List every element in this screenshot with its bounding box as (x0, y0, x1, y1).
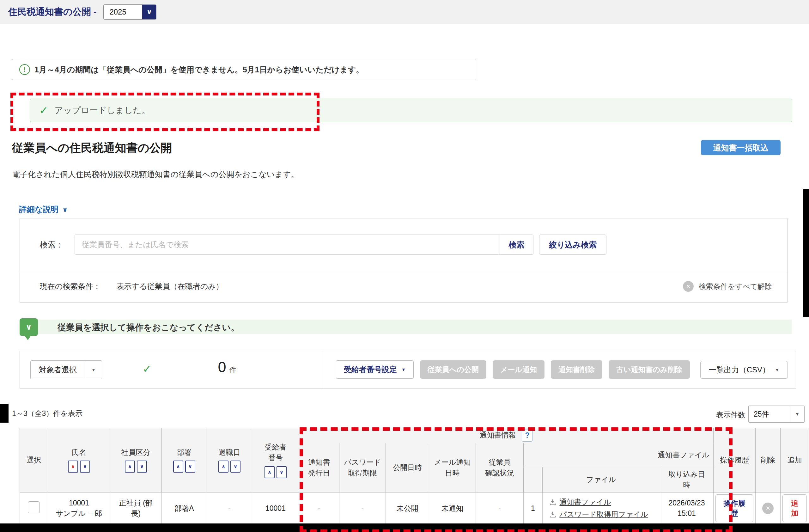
col-password-deadline: パスワード 取得期限 (339, 443, 386, 493)
search-input[interactable] (75, 235, 500, 255)
notice-file-link[interactable]: 通知書ファイル (549, 497, 658, 507)
toolbar-buttons: 受給者番号設定 ▼ 従業員への公開 メール通知 通知書削除 古い通知書のみ削除 (336, 360, 690, 379)
col-issue-date: 通知書 発行日 (299, 443, 339, 493)
add-button[interactable]: 追加 (782, 494, 807, 522)
col-recipient-no-label: 受給者 番号 (254, 442, 297, 463)
help-icon[interactable]: ? (522, 430, 533, 442)
sort-asc-icon[interactable]: ∧ (264, 466, 275, 478)
current-condition-row: 現在の検索条件： 表示する従業員（在職者のみ） ✕ 検索条件をすべて解除 (20, 271, 787, 302)
sort-asc-icon[interactable]: ∧ (218, 461, 228, 473)
year-select[interactable]: 2025 ∨ (103, 4, 156, 20)
col-history: 操作履歴 (713, 428, 755, 493)
clear-all-conditions-button[interactable]: ✕ 検索条件をすべて解除 (683, 281, 772, 292)
delete-icon[interactable]: ✕ (762, 503, 774, 514)
cell-select (20, 493, 48, 525)
col-file: ファイル (542, 467, 660, 493)
detail-description-link[interactable]: 詳細な説明 ∨ (19, 204, 68, 214)
operation-history-button[interactable]: 操作履歴 (716, 494, 753, 522)
sort-desc-icon[interactable]: ∨ (185, 461, 195, 473)
csv-export-button[interactable]: 一覧出力（CSV） ▼ (700, 361, 788, 379)
caret-down-icon[interactable]: ▼ (85, 361, 102, 379)
delete-notice-button[interactable]: 通知書削除 (551, 360, 602, 379)
cell-recipient-no: 10001 (252, 493, 299, 525)
employee-table: 選択 氏名 ∧ ∨ 社員区分 ∧ ∨ 部署 ∧ ∨ (20, 428, 809, 525)
col-retire-date: 退職日 ∧ ∨ (207, 428, 252, 493)
close-icon: ✕ (683, 281, 694, 292)
sort-desc-icon[interactable]: ∨ (230, 461, 240, 473)
chevron-bubble-icon[interactable]: ∨ (20, 318, 38, 336)
publish-to-employees-button[interactable]: 従業員への公開 (420, 360, 486, 379)
sort-asc-icon[interactable]: ∧ (125, 461, 135, 473)
password-file-link[interactable]: パスワード取得用ファイル (549, 510, 658, 519)
per-page-label: 表示件数 (716, 410, 745, 420)
col-group-notice-info: 通知書情報 ? (299, 428, 713, 443)
col-recipient-no: 受給者 番号 ∧ ∨ (252, 428, 299, 493)
cell-password-deadline: - (339, 493, 386, 525)
col-delete: 削除 (756, 428, 780, 493)
search-input-group: 検索 (74, 235, 533, 255)
info-message: ! 1月～4月の期間は「従業員への公開」を使用できません。5月1日からお使いいた… (12, 59, 476, 80)
selected-count-value: 0 (218, 358, 226, 375)
table-row: 10001 サンプル 一郎 正社員 (部 長) 部署A - 10001 - - … (20, 493, 809, 525)
col-category: 社員区分 ∧ ∨ (110, 428, 161, 493)
cell-file-count: 1 (523, 493, 542, 525)
row-checkbox[interactable] (28, 501, 40, 513)
recipient-number-setting-button[interactable]: 受給者番号設定 ▼ (336, 360, 414, 379)
section-description: 電子化された個人住民税特別徴収税額通知書の従業員への公開をおこないます。 (12, 169, 299, 179)
cell-import-datetime: 2026/03/23 15:01 (660, 493, 713, 525)
target-select-label: 対象者選択 (31, 361, 85, 379)
col-retire-date-label: 退職日 (208, 448, 251, 458)
toolbar-divider (323, 351, 323, 389)
sort-asc-icon[interactable]: ∧ (68, 461, 78, 473)
check-icon: ✓ (142, 363, 152, 375)
cell-mail-status: 未通知 (429, 493, 476, 525)
chevron-down-icon: ∨ (142, 5, 156, 19)
section-heading: 従業員への住民税通知書の公開 (12, 140, 172, 156)
col-add: 追加 (780, 428, 809, 493)
sort-desc-icon[interactable]: ∨ (80, 461, 90, 473)
notice-info-label: 通知書情報 (480, 431, 516, 439)
redaction-bar-bottom (0, 524, 809, 532)
callout-text: 従業員を選択して操作をおこなってください。 (57, 322, 239, 333)
info-icon: ! (19, 64, 30, 75)
clear-all-label: 検索条件をすべて解除 (699, 282, 772, 291)
cell-retire-date: - (207, 493, 252, 525)
current-condition-label: 現在の検索条件： (40, 281, 101, 291)
cell-history: 操作履歴 (713, 493, 755, 525)
selected-count-unit: 件 (229, 366, 236, 374)
search-row: 検索： 検索 絞り込み検索 (20, 219, 787, 271)
col-name: 氏名 ∧ ∨ (48, 428, 110, 493)
actions-toolbar: 対象者選択 ▼ ✓ 0 件 受給者番号設定 ▼ 従業員への公開 メール通知 通知… (20, 351, 796, 389)
notice-file-link-label: 通知書ファイル (560, 497, 611, 507)
csv-export-label: 一覧出力（CSV） (709, 365, 770, 375)
cell-add: 追加 (780, 493, 809, 525)
notice-bulk-import-button[interactable]: 通知書一括取込 (701, 140, 780, 155)
search-panel: 検索： 検索 絞り込み検索 現在の検索条件： 表示する従業員（在職者のみ） ✕ … (20, 218, 788, 303)
search-label: 検索： (40, 240, 71, 250)
selected-count: 0 件 (192, 358, 236, 376)
page-title: 住民税通知書の公開 - (8, 6, 97, 18)
detail-link-label: 詳細な説明 (19, 204, 59, 214)
mail-notify-button[interactable]: メール通知 (493, 360, 545, 379)
filter-search-button[interactable]: 絞り込み検索 (539, 235, 606, 255)
col-group-notice-file: 通知書ファイル (523, 443, 713, 467)
download-icon (549, 511, 556, 518)
cell-employee-confirm: - (476, 493, 523, 525)
per-page-select[interactable]: 25件 ▼ (748, 406, 805, 423)
sort-asc-icon[interactable]: ∧ (173, 461, 183, 473)
recipient-number-label: 受給者番号設定 (344, 364, 397, 375)
col-mail-datetime: メール通知 日時 (429, 443, 476, 493)
delete-old-notices-button[interactable]: 古い通知書のみ削除 (609, 360, 690, 379)
check-icon: ✓ (39, 104, 48, 117)
target-select-button[interactable]: 対象者選択 ▼ (30, 360, 102, 379)
search-button[interactable]: 検索 (500, 235, 533, 255)
sort-desc-icon[interactable]: ∨ (137, 461, 147, 473)
password-file-link-label: パスワード取得用ファイル (560, 510, 648, 519)
col-name-label: 氏名 (49, 448, 109, 458)
cell-department: 部署A (161, 493, 207, 525)
col-publish-datetime: 公開日時 (386, 443, 429, 493)
page-header: 住民税通知書の公開 - 2025 ∨ (0, 0, 809, 24)
sort-desc-icon[interactable]: ∨ (276, 466, 287, 478)
cell-issue-date: - (299, 493, 339, 525)
success-message-text: アップロードしました。 (55, 105, 151, 116)
